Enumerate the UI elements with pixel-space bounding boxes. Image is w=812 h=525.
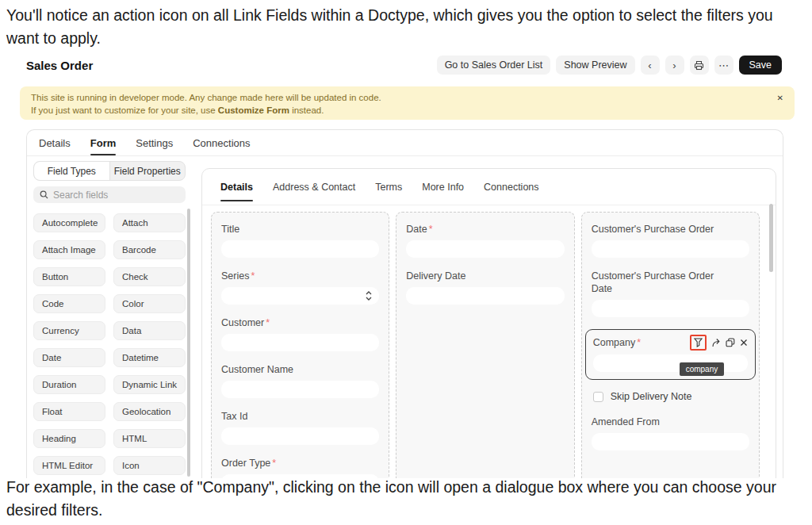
form-tab-more-info[interactable]: More Info bbox=[422, 182, 464, 193]
company-input[interactable] bbox=[593, 354, 748, 372]
field-type-dynamic-link[interactable]: Dynamic Link bbox=[113, 375, 186, 394]
field-customers-purchase-order: Customer's Purchase Order bbox=[592, 223, 749, 258]
company-tooltip: company bbox=[680, 362, 725, 376]
outro-paragraph: For example, in the case of "Company", c… bbox=[6, 476, 807, 522]
field-customers-purchase-order-date: Customer's Purchase Order Date bbox=[592, 270, 749, 317]
search-input[interactable] bbox=[53, 190, 179, 201]
required-asterisk: * bbox=[429, 224, 433, 235]
field-sidebar: Field Types Field Properties Autocomplet… bbox=[33, 161, 186, 477]
prev-button[interactable]: ‹ bbox=[641, 56, 660, 75]
required-asterisk: * bbox=[266, 317, 270, 328]
tab-connections[interactable]: Connections bbox=[193, 130, 250, 155]
save-button[interactable]: Save bbox=[739, 56, 783, 75]
duplicate-icon[interactable] bbox=[726, 338, 735, 347]
field-type-color[interactable]: Color bbox=[113, 294, 186, 313]
banner-line2: If you just want to customize for your s… bbox=[31, 104, 783, 117]
tab-settings[interactable]: Settings bbox=[136, 130, 173, 155]
more-menu-button[interactable]: ⋯ bbox=[714, 56, 733, 75]
field-type-heading[interactable]: Heading bbox=[33, 429, 105, 448]
field-label: Tax Id bbox=[221, 410, 379, 423]
field-type-attach-image[interactable]: Attach Image bbox=[33, 240, 105, 259]
title-input[interactable] bbox=[221, 240, 379, 258]
amended-from-input[interactable] bbox=[592, 433, 749, 450]
panel-scrollbar[interactable] bbox=[769, 204, 773, 272]
field-type-geolocation[interactable]: Geolocation bbox=[113, 402, 186, 421]
field-type-barcode[interactable]: Barcode bbox=[113, 240, 186, 259]
company-field-selected[interactable]: Company* bbox=[585, 329, 756, 380]
field-type-grid: Autocomplete Attach Attach Image Barcode… bbox=[33, 213, 186, 475]
field-type-autocomplete[interactable]: Autocomplete bbox=[33, 213, 105, 232]
intro-paragraph: You'll notice an action icon on all Link… bbox=[6, 4, 807, 50]
printer-icon bbox=[694, 60, 704, 71]
delivery-date-input[interactable] bbox=[406, 287, 564, 305]
field-type-html-editor[interactable]: HTML Editor bbox=[33, 456, 105, 475]
toggle-field-types[interactable]: Field Types bbox=[34, 162, 110, 180]
field-type-date[interactable]: Date bbox=[33, 348, 105, 367]
sidebar-scrollbar[interactable] bbox=[187, 209, 190, 477]
field-type-duration[interactable]: Duration bbox=[33, 375, 105, 394]
header-toolbar: Go to Sales Order List Show Preview ‹ › … bbox=[437, 56, 782, 75]
field-type-button[interactable]: Button bbox=[33, 267, 105, 286]
customers-purchase-order-input[interactable] bbox=[592, 240, 749, 258]
customize-form-link[interactable]: Customize Form bbox=[218, 105, 289, 115]
field-label: Customer* bbox=[221, 316, 379, 329]
field-label: Order Type* bbox=[221, 457, 379, 469]
form-tabs: Details Address & Contact Terms More Inf… bbox=[202, 169, 776, 205]
banner-line2-prefix: If you just want to customize for your s… bbox=[31, 105, 218, 115]
series-select-input[interactable] bbox=[221, 287, 379, 305]
filter-icon[interactable] bbox=[694, 338, 703, 347]
field-type-data[interactable]: Data bbox=[113, 321, 186, 340]
field-type-datetime[interactable]: Datetime bbox=[113, 348, 186, 367]
go-to-sales-order-list-button[interactable]: Go to Sales Order List bbox=[437, 56, 551, 75]
select-stepper-icon bbox=[365, 290, 373, 305]
developer-mode-banner: This site is running in developer mode. … bbox=[20, 86, 795, 120]
tax-id-input[interactable] bbox=[221, 427, 379, 445]
form-columns: Title Series* Customer* bbox=[202, 205, 776, 478]
chevron-left-icon: ‹ bbox=[648, 59, 651, 71]
tab-details[interactable]: Details bbox=[39, 130, 71, 155]
field-type-code[interactable]: Code bbox=[33, 294, 105, 313]
form-preview-panel: Details Address & Contact Terms More Inf… bbox=[201, 168, 776, 478]
banner-close-icon[interactable]: ✕ bbox=[777, 94, 783, 102]
date-input[interactable] bbox=[406, 240, 564, 258]
toggle-field-properties[interactable]: Field Properties bbox=[110, 162, 186, 180]
doctype-editor-card: Details Form Settings Connections Field … bbox=[26, 129, 783, 478]
field-type-html[interactable]: HTML bbox=[113, 429, 186, 448]
form-column-1: Title Series* Customer* bbox=[211, 212, 389, 478]
field-type-check[interactable]: Check bbox=[113, 267, 186, 286]
form-tab-address-contact[interactable]: Address & Contact bbox=[273, 182, 355, 193]
field-label: Customer Name bbox=[221, 363, 379, 376]
field-label: Amended From bbox=[592, 416, 749, 428]
field-delivery-date: Delivery Date bbox=[406, 270, 564, 305]
field-type-attach[interactable]: Attach bbox=[113, 213, 186, 232]
form-tab-details[interactable]: Details bbox=[220, 182, 253, 193]
print-button[interactable] bbox=[690, 56, 709, 75]
field-label: Customer's Purchase Order Date bbox=[592, 270, 734, 295]
skip-delivery-note-checkbox[interactable] bbox=[593, 392, 603, 402]
move-arrow-icon[interactable] bbox=[711, 338, 721, 347]
series-select[interactable] bbox=[221, 287, 379, 305]
tab-form[interactable]: Form bbox=[90, 130, 117, 155]
required-asterisk: * bbox=[272, 458, 276, 469]
form-tab-connections[interactable]: Connections bbox=[484, 182, 539, 193]
customer-input[interactable] bbox=[221, 334, 379, 351]
field-type-float[interactable]: Float bbox=[33, 402, 105, 421]
form-column-3: Customer's Purchase Order Customer's Pur… bbox=[581, 212, 760, 478]
field-customer: Customer* bbox=[221, 316, 379, 351]
highlight-red-box bbox=[690, 335, 707, 351]
customers-purchase-order-date-input[interactable] bbox=[592, 300, 749, 317]
field-label: Title bbox=[221, 223, 379, 236]
remove-field-icon[interactable] bbox=[740, 339, 748, 347]
next-button[interactable]: › bbox=[665, 56, 684, 75]
banner-line2-suffix: instead. bbox=[289, 105, 324, 115]
sidebar-toggle: Field Types Field Properties bbox=[33, 161, 186, 181]
field-label: Date* bbox=[406, 223, 564, 236]
form-tab-terms[interactable]: Terms bbox=[375, 182, 402, 193]
app-header: Sales Order Go to Sales Order List Show … bbox=[26, 55, 782, 75]
show-preview-button[interactable]: Show Preview bbox=[556, 56, 634, 75]
field-label: Delivery Date bbox=[406, 270, 564, 282]
field-order-type: Order Type* bbox=[221, 457, 379, 478]
field-type-currency[interactable]: Currency bbox=[33, 321, 105, 340]
customer-name-input[interactable] bbox=[221, 381, 379, 398]
field-type-icon[interactable]: Icon bbox=[113, 456, 186, 475]
